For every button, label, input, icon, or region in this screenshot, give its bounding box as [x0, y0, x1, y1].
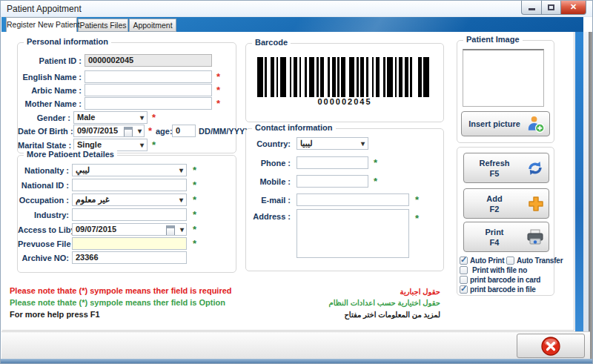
address-textarea[interactable]: [296, 209, 409, 258]
more-patient-details-group: More Patioent Detailes Nationalty : ليبي…: [17, 155, 236, 273]
industry-field[interactable]: [72, 208, 187, 221]
optional-star: *: [193, 164, 196, 176]
minimize-icon: [529, 8, 535, 10]
prevuose-file-no-field[interactable]: [72, 237, 187, 250]
note-required: Please note thate (*) sympole means ther…: [10, 286, 232, 295]
gender-label: Gender :: [18, 113, 70, 122]
date-of-birth-label: Date Of Birth :: [18, 127, 70, 136]
exit-red-x-icon: [541, 336, 561, 356]
barcode-bars: [257, 57, 429, 97]
note-option-arabic: حقول اختيارية حسب اعدادات النظام: [329, 299, 440, 307]
minimize-button[interactable]: [521, 1, 542, 15]
age-field[interactable]: 0: [172, 125, 196, 137]
required-star: *: [148, 125, 152, 137]
titlebar: Patient Appoitment: [1, 1, 592, 17]
note-option: Please note thate (*) sympole means ther…: [10, 298, 225, 307]
required-star: *: [216, 70, 220, 83]
age-label: age:: [156, 127, 172, 136]
window-right-border-dark: [589, 32, 593, 359]
english-name-field[interactable]: [85, 70, 212, 83]
auto-transfer-checkbox[interactable]: [506, 257, 514, 265]
patient-image-group: Patient Image Insert picture: [457, 40, 554, 143]
optional-star: *: [193, 179, 196, 191]
national-id-field[interactable]: [72, 179, 187, 191]
insert-picture-person-plus-icon: [526, 115, 545, 133]
window-title: Patient Appoitment: [7, 4, 82, 14]
date-of-birth-field[interactable]: 09/07/2015: [73, 125, 145, 137]
optional-star: *: [415, 212, 419, 225]
app-window: Patient Appoitment ✕ Register New Patien…: [0, 0, 593, 364]
nationalty-dropdown[interactable]: ليبي: [72, 164, 187, 176]
exit-button[interactable]: [517, 334, 585, 358]
contact-information-group: Contact information Country: ليبيا Phone…: [245, 128, 444, 271]
barcode-title: Barcode: [252, 38, 291, 47]
country-dropdown[interactable]: ليبيا: [296, 137, 368, 150]
prevuose-file-no-label: Prevuose File NO:: [18, 239, 69, 248]
maximize-icon: [548, 4, 554, 10]
access-to-libya-date-field[interactable]: 09/07/2015: [72, 223, 187, 236]
phone-label: Phone :: [246, 159, 291, 168]
insert-picture-label: Insert picture: [465, 119, 524, 129]
note-required-arabic: حقول اجبارية: [400, 288, 440, 296]
note-help: For more help press F1: [10, 310, 100, 319]
archive-no-label: Archive NO:: [18, 254, 69, 262]
window-right-border-light: [583, 32, 589, 359]
actions-group: RefreshF5 AddF2 PrintF4 Auto Print Auto …: [457, 147, 554, 296]
optional-star: *: [193, 208, 196, 221]
phone-field[interactable]: [296, 156, 368, 169]
date-format-label: DD/MM/YYYY: [199, 127, 237, 136]
email-field[interactable]: [296, 193, 409, 206]
optional-star: *: [193, 223, 196, 236]
refresh-icon: [526, 159, 544, 177]
patient-id-label: Patient ID :: [18, 56, 82, 65]
bottom-panel: [1, 331, 590, 359]
national-id-label: National ID :: [18, 181, 69, 190]
english-name-label: English Name :: [18, 73, 82, 82]
patient-image-title: Patient Image: [463, 35, 523, 44]
marital-state-label: Marital State :: [18, 141, 70, 150]
optional-star: *: [152, 139, 156, 151]
arbic-name-field[interactable]: [85, 84, 212, 96]
personal-information-group: Personal information Patient ID : 000000…: [17, 42, 236, 153]
patient-id-field: 0000002045: [85, 54, 212, 67]
required-star: *: [216, 97, 220, 110]
tab-register-new-patient[interactable]: Register New Patient: [6, 17, 77, 32]
optional-star: *: [193, 237, 196, 250]
more-patient-details-title: More Patioent Detailes: [24, 150, 117, 159]
add-button[interactable]: AddF2: [463, 188, 549, 219]
occupation-label: Occupation :: [18, 196, 69, 205]
window-bottom-border: [1, 359, 593, 364]
barcode-group: Barcode 000002045: [245, 43, 444, 122]
print-barcode-in-file-label: print barcode in file: [470, 285, 536, 294]
mobile-field[interactable]: [296, 175, 368, 188]
email-label: E-mail :: [246, 196, 291, 205]
insert-picture-button[interactable]: Insert picture: [461, 111, 550, 136]
print-barcode-in-file-checkbox[interactable]: [460, 285, 468, 294]
close-icon: ✕: [561, 2, 586, 12]
optional-star: *: [374, 175, 377, 188]
add-plus-icon: [528, 196, 544, 212]
print-icon: [526, 229, 544, 245]
print-with-file-no-checkbox[interactable]: [460, 266, 468, 274]
required-star: *: [216, 84, 220, 96]
print-barcode-in-card-label: print barcode in card: [470, 276, 540, 284]
patient-image-placeholder: [463, 49, 544, 107]
tab-appoitment[interactable]: Appoitment: [129, 19, 176, 32]
refresh-button[interactable]: RefreshF5: [463, 153, 549, 183]
industry-label: Industry:: [18, 211, 69, 219]
personal-information-title: Personal information: [24, 37, 111, 46]
close-window-button[interactable]: ✕: [561, 1, 586, 15]
gender-dropdown[interactable]: Male: [73, 111, 148, 124]
auto-transfer-label: Auto Transfer: [517, 257, 563, 265]
access-to-libya-label: Access to Libya :: [18, 225, 69, 234]
auto-print-checkbox[interactable]: [460, 257, 468, 265]
maximize-button[interactable]: [542, 1, 561, 15]
print-barcode-in-card-checkbox[interactable]: [460, 276, 468, 284]
archive-no-field[interactable]: 23366: [72, 251, 187, 264]
arbic-name-label: Arbic Name :: [18, 86, 82, 95]
mother-name-field[interactable]: [85, 97, 212, 110]
mobile-label: Mobile :: [246, 177, 291, 186]
tab-patients-files[interactable]: Patients Files: [78, 19, 128, 32]
print-button[interactable]: PrintF4: [463, 222, 549, 252]
occupation-dropdown[interactable]: غير معلوم: [72, 193, 187, 206]
